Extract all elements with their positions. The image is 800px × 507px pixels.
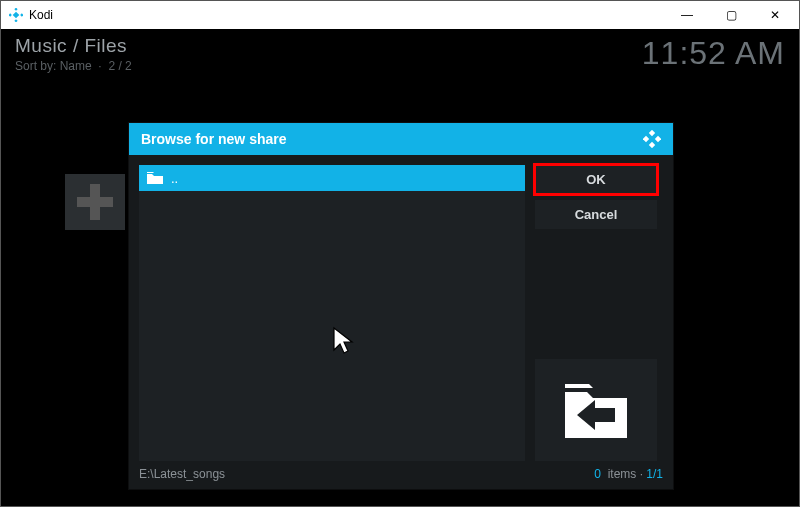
sort-line: Sort by: Name · 2 / 2	[15, 59, 132, 73]
status-items: 0 items · 1/1	[594, 467, 663, 481]
dialog-statusbar: E:\Latest_songs 0 items · 1/1	[129, 461, 673, 489]
folder-icon	[147, 172, 163, 184]
page-info: 2 / 2	[108, 59, 131, 73]
svg-rect-4	[13, 12, 20, 19]
add-source-thumb[interactable]	[65, 174, 125, 230]
svg-rect-5	[649, 130, 655, 136]
clock: 11:52 AM	[642, 35, 785, 72]
svg-rect-3	[20, 13, 23, 16]
kodi-logo-icon	[643, 130, 661, 148]
app-window: Kodi — ▢ ✕ Music / Files Sort by: Name ·…	[0, 0, 800, 507]
sort-label: Sort by: Name	[15, 59, 92, 73]
ok-button[interactable]: OK	[535, 165, 657, 194]
cancel-button[interactable]: Cancel	[535, 200, 657, 229]
breadcrumb: Music / Files	[15, 35, 132, 57]
file-list[interactable]: ..	[139, 165, 525, 461]
svg-rect-8	[655, 136, 661, 142]
svg-rect-0	[14, 8, 17, 11]
svg-rect-2	[9, 13, 12, 16]
dialog-titlebar: Browse for new share	[129, 123, 673, 155]
folder-back-icon[interactable]	[535, 359, 657, 461]
svg-rect-1	[14, 19, 17, 22]
svg-rect-6	[649, 142, 655, 148]
minimize-button[interactable]: —	[665, 2, 709, 28]
list-item-label: ..	[171, 171, 178, 186]
kodi-icon	[9, 8, 23, 22]
close-button[interactable]: ✕	[753, 2, 797, 28]
kodi-viewport: Music / Files Sort by: Name · 2 / 2 11:5…	[1, 29, 799, 506]
titlebar: Kodi — ▢ ✕	[1, 1, 799, 29]
maximize-button[interactable]: ▢	[709, 2, 753, 28]
window-title: Kodi	[29, 8, 53, 22]
status-path: E:\Latest_songs	[139, 467, 225, 481]
browse-dialog: Browse for new share .. OK Cancel	[129, 123, 673, 489]
dialog-title: Browse for new share	[141, 131, 287, 147]
svg-rect-7	[643, 136, 649, 142]
dialog-sidepane: OK Cancel	[535, 165, 657, 461]
window-controls: — ▢ ✕	[665, 2, 797, 28]
list-item-up[interactable]: ..	[139, 165, 525, 191]
